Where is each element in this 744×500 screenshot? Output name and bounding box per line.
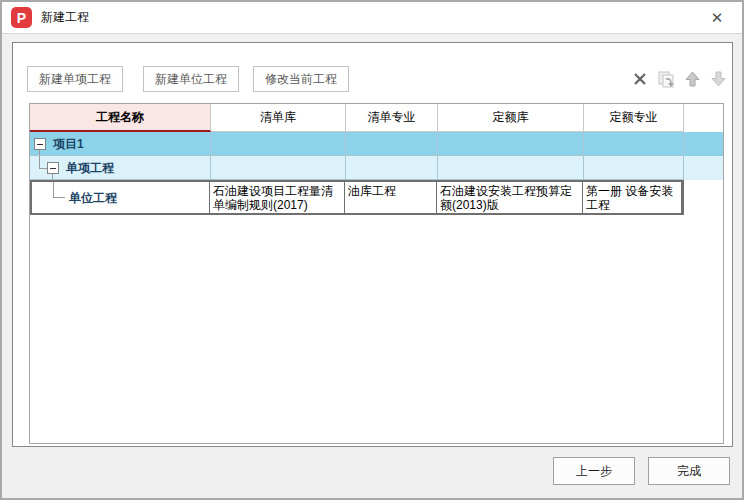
- tree-node-label: 单位工程: [69, 191, 117, 205]
- move-up-icon[interactable]: [682, 69, 702, 89]
- new-project-dialog: P 新建工程 ✕ 新建单项工程 新建单位工程 修改当前工程: [0, 0, 744, 500]
- table-cell-list-specialty[interactable]: 油库工程: [345, 182, 437, 213]
- tree-cell-unit-project[interactable]: 单位工程: [32, 182, 210, 213]
- new-unit-project-button[interactable]: 新建单位工程: [143, 66, 239, 92]
- tree-cell-project[interactable]: 项目1: [30, 132, 211, 156]
- tree-node-label: 单项工程: [66, 159, 114, 176]
- toolbar-icon-group: [630, 68, 728, 90]
- header-list-library[interactable]: 清单库: [211, 104, 346, 132]
- table-cell[interactable]: [438, 156, 584, 180]
- grid-header-row: 工程名称 清单库 清单专业 定额库 定额专业: [30, 104, 723, 132]
- copy-icon[interactable]: [656, 69, 676, 89]
- header-quota-library[interactable]: 定额库: [438, 104, 584, 132]
- collapse-icon[interactable]: [47, 162, 59, 174]
- table-cell[interactable]: [211, 156, 346, 180]
- table-row-single-project[interactable]: 单项工程: [30, 156, 723, 180]
- dialog-title: 新建工程: [41, 9, 89, 26]
- table-cell[interactable]: [346, 132, 438, 156]
- header-filler: [684, 104, 723, 132]
- finish-button[interactable]: 完成: [648, 457, 730, 485]
- table-cell[interactable]: [584, 156, 684, 180]
- move-down-icon[interactable]: [708, 69, 728, 89]
- modify-current-project-button[interactable]: 修改当前工程: [253, 66, 349, 92]
- table-cell[interactable]: [584, 132, 684, 156]
- title-bar: P 新建工程 ✕: [2, 2, 742, 34]
- table-row-project[interactable]: 项目1: [30, 132, 723, 156]
- new-single-project-button[interactable]: 新建单项工程: [27, 66, 123, 92]
- close-button[interactable]: ✕: [704, 6, 730, 30]
- collapse-icon[interactable]: [34, 138, 46, 150]
- table-cell[interactable]: [346, 156, 438, 180]
- delete-icon[interactable]: [630, 69, 650, 89]
- table-cell-quota-library[interactable]: 石油建设安装工程预算定额(2013)版: [437, 182, 583, 213]
- previous-step-button[interactable]: 上一步: [553, 457, 635, 485]
- tree-cell-single-project[interactable]: 单项工程: [30, 156, 211, 180]
- header-list-specialty[interactable]: 清单专业: [346, 104, 438, 132]
- header-project-name[interactable]: 工程名称: [30, 104, 211, 132]
- table-cell[interactable]: [211, 132, 346, 156]
- table-cell[interactable]: [438, 132, 584, 156]
- header-quota-specialty[interactable]: 定额专业: [584, 104, 684, 132]
- project-tree-grid: 工程名称 清单库 清单专业 定额库 定额专业 项目1: [29, 103, 724, 444]
- table-cell-list-library[interactable]: 石油建设项目工程量清单编制规则(2017): [210, 182, 345, 213]
- content-panel: 新建单项工程 新建单位工程 修改当前工程: [12, 42, 733, 447]
- tree-node-label: 项目1: [53, 135, 84, 152]
- app-logo-icon: P: [11, 7, 32, 28]
- table-row-unit-project-selected[interactable]: 单位工程 石油建设项目工程量清单编制规则(2017) 油库工程 石油建设安装工程…: [30, 180, 684, 215]
- table-cell-quota-specialty[interactable]: 第一册 设备安装工程: [583, 182, 682, 213]
